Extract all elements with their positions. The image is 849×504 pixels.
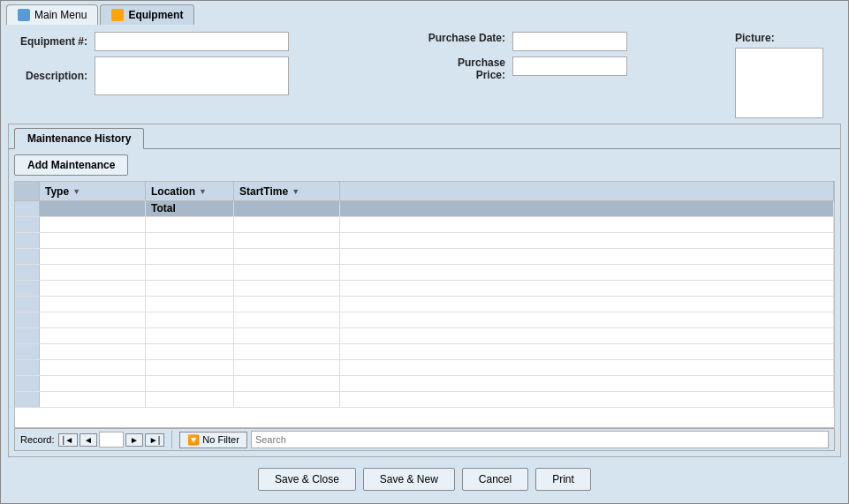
save-new-button[interactable]: Save & New <box>363 468 455 491</box>
equipment-number-input[interactable] <box>95 32 289 51</box>
nav-first-button[interactable]: |◄ <box>58 433 79 447</box>
grid-total-location: Total <box>146 201 234 216</box>
nav-next-button[interactable]: ► <box>125 433 143 447</box>
maintenance-tab-header: Maintenance History <box>9 124 840 148</box>
purchase-date-label: Purchase Date: <box>426 32 505 44</box>
tab-equipment-label: Equipment <box>128 9 183 21</box>
form-top: Equipment #: Description: Purchase Date:… <box>8 32 841 118</box>
description-input[interactable] <box>95 56 289 95</box>
grid-header-location-label: Location <box>151 185 195 198</box>
maintenance-grid: Type ▼ Location ▼ StartTime ▼ <box>14 181 835 428</box>
print-button[interactable]: Print <box>535 468 591 491</box>
equipment-icon <box>111 9 124 21</box>
grid-sort-type-icon: ▼ <box>72 187 80 196</box>
grid-header-rest <box>340 182 834 200</box>
status-divider <box>171 431 172 448</box>
table-row <box>15 297 834 312</box>
save-close-button[interactable]: Save & Close <box>258 468 356 491</box>
grid-total-rest <box>340 201 834 216</box>
main-content: Equipment #: Description: Purchase Date:… <box>1 25 848 503</box>
add-maintenance-button[interactable]: Add Maintenance <box>14 154 128 176</box>
record-navigation: |◄ ◄ ► ►| <box>58 432 165 448</box>
table-row <box>15 344 834 360</box>
status-bar: Record: |◄ ◄ ► ►| 🔽 No Filter <box>14 428 835 451</box>
no-filter-button[interactable]: 🔽 No Filter <box>179 432 247 448</box>
grid-total-type <box>40 201 146 216</box>
grid-header-type-label: Type <box>45 185 69 198</box>
grid-header: Type ▼ Location ▼ StartTime ▼ <box>15 182 834 201</box>
table-row <box>15 217 834 233</box>
grid-total-row: Total <box>15 201 834 217</box>
table-row <box>15 312 834 328</box>
table-row <box>15 249 834 265</box>
form-fields-left: Equipment #: Description: <box>8 32 417 95</box>
equipment-number-label: Equipment #: <box>8 35 87 48</box>
tab-main-menu-label: Main Menu <box>34 9 87 21</box>
bottom-bar: Save & Close Save & New Cancel Print <box>8 463 841 496</box>
picture-section: Picture: <box>735 32 841 118</box>
no-filter-label: No Filter <box>202 434 239 445</box>
grid-total-starttime <box>234 201 340 216</box>
form-fields-right: Purchase Date: Purchase Price: <box>426 32 726 81</box>
tab-main-menu[interactable]: Main Menu <box>6 4 98 25</box>
grid-header-starttime[interactable]: StartTime ▼ <box>234 182 340 200</box>
maintenance-section: Maintenance History Add Maintenance Type… <box>8 124 841 457</box>
grid-row-selector-header <box>15 182 40 200</box>
table-row <box>15 233 834 249</box>
purchase-price-input[interactable] <box>512 56 627 76</box>
title-bar: Main Menu Equipment <box>1 1 848 25</box>
description-row: Description: <box>8 56 417 95</box>
grid-header-type[interactable]: Type ▼ <box>40 182 146 200</box>
nav-prev-button[interactable]: ◄ <box>80 433 97 447</box>
table-row <box>15 392 834 408</box>
purchase-date-input[interactable] <box>512 32 627 51</box>
table-row <box>15 376 834 392</box>
grid-sort-starttime-icon: ▼ <box>292 187 299 196</box>
grid-body: Total <box>15 201 834 427</box>
picture-box <box>735 48 823 118</box>
tab-equipment[interactable]: Equipment <box>100 4 194 25</box>
record-label: Record: <box>20 434 55 445</box>
cancel-button[interactable]: Cancel <box>462 468 528 491</box>
purchase-price-row: Purchase Price: <box>426 56 726 81</box>
table-row <box>15 328 834 344</box>
filter-icon: 🔽 <box>187 434 200 446</box>
table-row <box>15 265 834 281</box>
grid-header-starttime-label: StartTime <box>239 185 288 198</box>
picture-label: Picture: <box>735 32 775 44</box>
maintenance-history-tab-label: Maintenance History <box>27 132 131 145</box>
table-row <box>15 281 834 297</box>
grid-header-location[interactable]: Location ▼ <box>146 182 234 200</box>
table-row <box>15 360 834 376</box>
maintenance-history-tab[interactable]: Maintenance History <box>14 128 144 149</box>
grid-sort-location-icon: ▼ <box>199 187 207 196</box>
main-menu-icon <box>18 9 30 21</box>
grid-total-label: Total <box>151 202 176 214</box>
nav-last-button[interactable]: ►| <box>145 433 165 447</box>
record-number-input[interactable] <box>99 432 124 448</box>
description-label: Description: <box>8 70 87 82</box>
maintenance-tab-body: Add Maintenance Type ▼ Location ▼ <box>9 148 840 456</box>
purchase-date-row: Purchase Date: <box>426 32 726 51</box>
equipment-number-row: Equipment #: <box>8 32 417 51</box>
search-input[interactable] <box>251 431 829 448</box>
purchase-price-label: Purchase Price: <box>426 56 505 81</box>
grid-total-selector <box>15 201 40 216</box>
